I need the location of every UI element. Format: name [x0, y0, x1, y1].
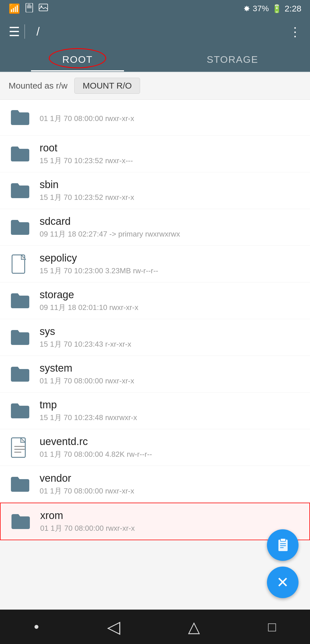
file-name: ueventd.rc	[40, 436, 301, 448]
list-item[interactable]: system 01 1月 70 08:00:00 rwxr-xr-x	[0, 356, 310, 393]
battery-percent: 37%	[253, 4, 269, 13]
list-item[interactable]: 01 1月 70 08:00:00 rwxr-xr-x	[0, 100, 310, 136]
file-info: ueventd.rc 01 1月 70 08:00:00 4.82K rw-r-…	[40, 436, 301, 459]
mount-bar: Mounted as r/w MOUNT R/O	[0, 72, 310, 100]
svg-rect-11	[280, 538, 286, 541]
file-meta: 09 11月 18 02:01:10 rwxr-xr-x	[40, 303, 301, 313]
mount-ro-button[interactable]: MOUNT R/O	[74, 78, 140, 94]
file-meta: 15 1月 70 10:23:52 rwxr-xr-x	[40, 192, 301, 202]
file-info: 01 1月 70 08:00:00 rwxr-xr-x	[40, 112, 301, 124]
clipboard-fab-button[interactable]	[267, 529, 299, 561]
folder-icon	[9, 399, 32, 422]
hamburger-menu-icon[interactable]: ☰	[9, 24, 19, 39]
nav-home-icon[interactable]: △	[188, 618, 200, 636]
tab-root[interactable]: ROOT	[0, 46, 155, 71]
file-name: tmp	[40, 399, 301, 411]
file-meta: 09 11月 18 02:27:47 -> primary rwxrwxrwx	[40, 229, 301, 239]
file-info: vendor 01 1月 70 08:00:00 rwxr-xr-x	[40, 472, 301, 496]
nav-back-icon[interactable]: ◁	[107, 617, 120, 637]
folder-icon	[9, 216, 32, 239]
file-info: xrom 01 1月 70 08:00:00 rwxr-xr-x	[40, 510, 301, 533]
list-item[interactable]: storage 09 11月 18 02:01:10 rwxr-xr-x	[0, 282, 310, 319]
file-meta: 15 1月 70 10:23:43 r-xr-xr-x	[40, 339, 301, 349]
status-bar: 📶 ✸ 37% 🔋 2:28	[0, 0, 310, 17]
file-name: root	[40, 142, 301, 154]
list-item[interactable]: sdcard 09 11月 18 02:27:47 -> primary rwx…	[0, 209, 310, 246]
list-item[interactable]: sepolicy 15 1月 70 10:23:00 3.23MB rw-r--…	[0, 246, 310, 282]
file-meta: 15 1月 70 10:23:52 rwxr-x---	[40, 156, 301, 166]
status-icons-right: ✸ 37% 🔋 2:28	[243, 4, 301, 13]
sim-icon	[25, 3, 34, 14]
folder-icon	[9, 510, 32, 533]
mount-status-text: Mounted as r/w	[9, 81, 67, 91]
file-name: sepolicy	[40, 252, 301, 264]
battery-icon: 🔋	[272, 4, 282, 13]
status-icons-left: 📶	[9, 3, 48, 15]
folder-icon	[9, 473, 32, 496]
list-item-selected[interactable]: xrom 01 1月 70 08:00:00 rwxr-xr-x	[0, 503, 310, 540]
clock: 2:28	[285, 4, 301, 13]
file-meta: 15 1月 70 10:23:48 rwxrwxr-x	[40, 413, 301, 423]
bluetooth-icon: ✸	[243, 4, 250, 13]
file-meta: 01 1月 70 08:00:00 4.82K rw-r--r--	[40, 449, 301, 459]
file-name: vendor	[40, 472, 301, 484]
list-item[interactable]: root 15 1月 70 10:23:52 rwxr-x---	[0, 136, 310, 172]
file-meta: 01 1月 70 08:00:00 rwxr-xr-x	[40, 486, 301, 496]
current-path: /	[36, 25, 40, 38]
folder-icon	[9, 106, 32, 129]
tab-bar: ROOT STORAGE	[0, 46, 310, 72]
file-name: system	[40, 362, 301, 374]
text-file-icon	[9, 436, 32, 459]
file-info: sdcard 09 11月 18 02:27:47 -> primary rwx…	[40, 215, 301, 239]
list-item[interactable]: tmp 15 1月 70 10:23:48 rwxrwxr-x	[0, 393, 310, 429]
file-name: sbin	[40, 179, 301, 191]
file-meta: 01 1月 70 08:00:00 rwxr-xr-x	[40, 523, 301, 533]
image-icon	[38, 3, 48, 15]
wifi-icon: 📶	[9, 3, 20, 14]
file-info: tmp 15 1月 70 10:23:48 rwxrwxr-x	[40, 399, 301, 423]
svg-rect-2	[28, 4, 30, 5]
nav-recents-icon[interactable]: □	[268, 619, 276, 635]
file-info: sepolicy 15 1月 70 10:23:00 3.23MB rw-r--…	[40, 252, 301, 276]
svg-rect-1	[27, 5, 32, 8]
folder-icon	[9, 363, 32, 386]
file-info: storage 09 11月 18 02:01:10 rwxr-xr-x	[40, 289, 301, 313]
nav-bar: • ◁ △ □	[0, 610, 310, 644]
folder-icon	[9, 179, 32, 202]
top-bar: ☰ / ⋮	[0, 17, 310, 46]
file-name: sys	[40, 325, 301, 337]
more-options-icon[interactable]: ⋮	[289, 24, 301, 39]
file-name: storage	[40, 289, 301, 301]
folder-icon	[9, 326, 32, 349]
folder-icon	[9, 289, 32, 312]
file-info: root 15 1月 70 10:23:52 rwxr-x---	[40, 142, 301, 166]
file-info: sbin 15 1月 70 10:23:52 rwxr-xr-x	[40, 179, 301, 202]
list-item[interactable]: sbin 15 1月 70 10:23:52 rwxr-xr-x	[0, 172, 310, 209]
fab-container: ✕	[267, 529, 299, 598]
svg-rect-3	[39, 4, 48, 11]
tab-storage[interactable]: STORAGE	[155, 46, 310, 71]
list-item[interactable]: sys 15 1月 70 10:23:43 r-xr-xr-x	[0, 319, 310, 356]
file-list: 01 1月 70 08:00:00 rwxr-xr-x root 15 1月 7…	[0, 100, 310, 540]
file-icon	[9, 253, 32, 276]
file-meta: 01 1月 70 08:00:00 rwxr-xr-x	[40, 114, 301, 124]
file-info: sys 15 1月 70 10:23:43 r-xr-xr-x	[40, 325, 301, 349]
nav-back-button[interactable]: •	[34, 618, 39, 635]
file-info: system 01 1月 70 08:00:00 rwxr-xr-x	[40, 362, 301, 386]
file-name: xrom	[40, 510, 301, 522]
file-name: sdcard	[40, 215, 301, 227]
folder-icon	[9, 143, 32, 165]
file-meta: 01 1月 70 08:00:00 rwxr-xr-x	[40, 376, 301, 386]
file-meta: 15 1月 70 10:23:00 3.23MB rw-r--r--	[40, 266, 301, 276]
list-item[interactable]: ueventd.rc 01 1月 70 08:00:00 4.82K rw-r-…	[0, 429, 310, 466]
list-item[interactable]: vendor 01 1月 70 08:00:00 rwxr-xr-x	[0, 466, 310, 503]
top-bar-divider	[24, 24, 25, 39]
close-fab-button[interactable]: ✕	[267, 567, 299, 598]
